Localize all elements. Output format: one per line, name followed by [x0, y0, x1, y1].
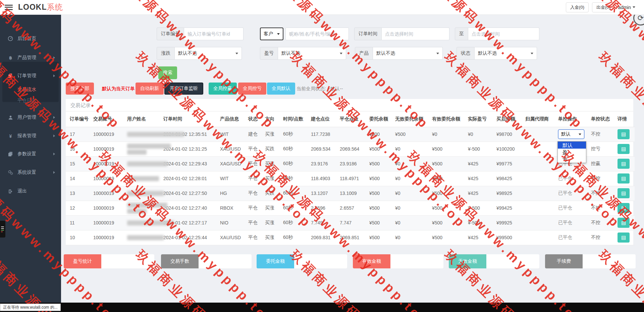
filter-order-no: 订单编号 — [157, 28, 244, 40]
chevron-right-icon — [53, 135, 55, 137]
cell-duration: 60秒 — [279, 186, 307, 201]
to-label: 至 — [455, 28, 468, 40]
dropdown-option-默认[interactable]: 默认 — [558, 142, 586, 149]
detail-button[interactable] — [618, 188, 630, 198]
sidebar-item-产品管理[interactable]: ฿产品管理 — [0, 52, 61, 63]
cell-detail — [613, 215, 635, 230]
sidebar-item-系统设置[interactable]: 系统设置 — [0, 167, 61, 178]
summary-value — [294, 254, 347, 268]
cell-actual-pl: ¥425 — [464, 171, 492, 186]
cell-after-balance: ¥99925 — [492, 215, 521, 230]
sidebar-item-label: 用户管理 — [17, 114, 36, 120]
cell-status: 平仓 — [244, 230, 261, 245]
summary-value — [199, 254, 252, 268]
user-menu[interactable]: admin — [618, 5, 635, 10]
detail-button[interactable] — [618, 173, 630, 184]
media-mini-widget[interactable] — [0, 221, 5, 238]
table-row-10: 10100000192024-01-02 12:25:44XAU/USD平仓买涨… — [66, 230, 635, 245]
sidebar-item-平仓日志[interactable]: 平仓日志 — [0, 95, 61, 106]
cell-direction: 买跌 — [261, 186, 279, 201]
global-lose-button[interactable]: 全局控亏 — [238, 83, 266, 95]
status-select[interactable]: 默认不选 — [475, 47, 537, 60]
auto-refresh-button[interactable]: 自动刷新 — [136, 83, 164, 95]
sidebar-item-后台首页[interactable]: 后台首页 — [0, 33, 61, 44]
detail-button[interactable] — [618, 144, 630, 154]
logo-suffix: 系统 — [47, 3, 63, 11]
cell-product: NIO — [216, 215, 244, 230]
blurred-username — [127, 132, 184, 137]
column-header: 时间/点数 — [279, 111, 307, 127]
search-all-button[interactable]: 搜索全部 — [66, 83, 94, 95]
cell-duration: 60秒 — [279, 127, 307, 142]
cell-entrust-balance: ¥500 — [365, 171, 391, 186]
sidebar-item-订单管理[interactable]: 订单管理 — [0, 70, 61, 82]
cell-close-point: 2.6557 — [336, 201, 365, 215]
cell-direction: 买涨 — [261, 171, 279, 186]
cell-open-point: 7.749 — [307, 215, 336, 230]
detail-button[interactable] — [618, 232, 630, 243]
summary-label: 手续费 — [545, 254, 583, 268]
control-op-select[interactable]: 默认 — [558, 129, 584, 139]
cell-product: RBOX — [216, 201, 244, 215]
cell-agent — [521, 142, 554, 156]
global-default-button[interactable]: 全局默认 — [267, 83, 295, 95]
dropdown-option-盈[interactable]: 盈 — [558, 149, 586, 156]
pl-select[interactable]: 默认不选 — [278, 47, 346, 60]
summary-委托金额: 委托金额 — [257, 254, 347, 268]
customer-search-input[interactable] — [285, 28, 349, 40]
dropdown-option-亏[interactable]: 亏 — [558, 156, 586, 163]
time-start-input[interactable] — [382, 28, 449, 40]
cell-actual-pl: ¥425 — [464, 186, 492, 201]
chevron-down-icon — [277, 33, 280, 35]
order-listen-button[interactable]: 开启订单监听 — [164, 83, 203, 95]
cell-duration: 60秒 — [279, 156, 307, 171]
deposit-button[interactable]: 入金(0) — [566, 2, 589, 12]
cell-order-time: 2024-01-02 12:29:43 — [159, 156, 216, 171]
product-select[interactable]: 默认不选 — [373, 47, 443, 60]
detail-button[interactable] — [618, 129, 630, 139]
sidebar-item-label: 退出 — [17, 188, 27, 194]
sidebar-item-报表管理[interactable]: ¥报表管理 — [0, 130, 61, 142]
cell-valid-entrust: ¥500 — [428, 156, 464, 171]
cell-username — [123, 201, 159, 215]
logout-icon — [7, 189, 13, 194]
order-icon — [7, 73, 13, 79]
column-header: 单控操作 — [554, 111, 587, 127]
card-title: 交易记录 — [66, 99, 633, 111]
time-end-input[interactable] — [468, 28, 539, 40]
cell-status: 平仓 — [244, 142, 261, 156]
cell-account: 10000019 — [89, 171, 123, 186]
table-row-12: 12100000192024-01-02 12:27:40RBOX平仓买涨60秒… — [66, 201, 635, 215]
withdraw-button[interactable]: 出金(0) — [592, 2, 615, 12]
sidebar-item-参数设置[interactable]: 参数设置 — [0, 148, 61, 160]
sidebar-item-用户管理[interactable]: 用户管理 — [0, 112, 61, 123]
detail-button[interactable] — [618, 203, 630, 213]
detail-button[interactable] — [618, 159, 630, 169]
order-no-input[interactable] — [184, 28, 244, 40]
customer-type-select[interactable]: 客户 — [260, 28, 283, 40]
cell-actual-pl: ¥0 — [464, 127, 492, 142]
product-label: 产品 — [355, 47, 373, 60]
cell-after-balance: ¥98925 — [492, 186, 521, 201]
sidebar-item-交易流水[interactable]: 交易流水 — [0, 84, 61, 95]
app-logo: LOOKL系统 — [18, 2, 63, 12]
column-header: 建仓点位 — [307, 111, 336, 127]
search-button[interactable]: 搜索 — [158, 66, 177, 79]
bottom-black-bar — [0, 303, 644, 312]
sidebar-item-退出[interactable]: 退出 — [0, 186, 61, 197]
column-header: 订单时间 — [159, 111, 216, 127]
cell-close-point: 2069.851 — [336, 230, 365, 245]
chevron-down-icon — [579, 134, 581, 135]
action-row: 搜索全部 默认为当天订单 自动刷新 开启订单监听 全局控赢 全局控亏 全局默认 … — [61, 83, 638, 95]
status-label: 状态 — [457, 47, 475, 60]
cell-after-balance: ¥99425 — [492, 201, 521, 215]
cell-account: 10000019 — [89, 127, 123, 142]
global-win-button[interactable]: 全局控赢 — [209, 83, 237, 95]
cell-product: XAU/USD — [216, 142, 244, 156]
menu-toggle-icon[interactable] — [5, 5, 13, 10]
detail-button[interactable] — [618, 218, 630, 228]
pl-label: 盈亏 — [260, 47, 278, 60]
cell-control-status: 控赢 — [587, 156, 613, 171]
today-orders-note: 默认为当天订单 — [102, 83, 135, 95]
updown-select[interactable]: 默认不选 — [175, 47, 242, 60]
